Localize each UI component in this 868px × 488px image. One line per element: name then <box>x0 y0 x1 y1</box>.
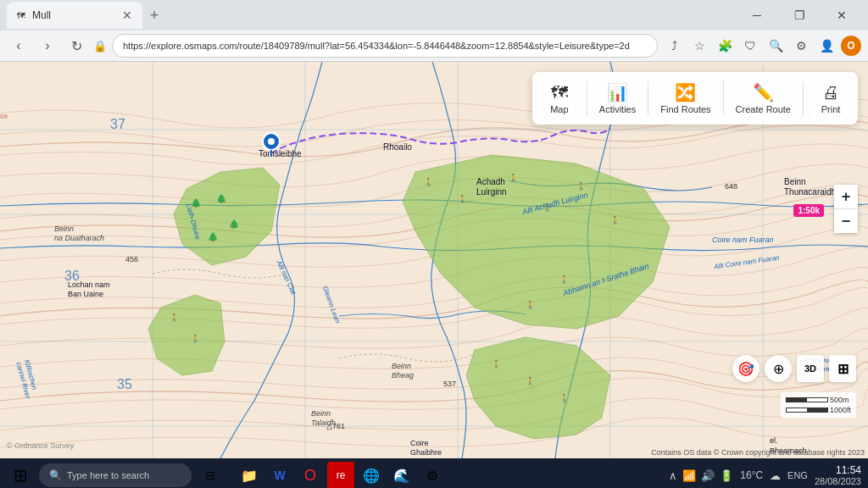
browser-chrome: 🗺 Mull ✕ + ─ ❐ ✕ ‹ › ↻ 🔒 ⤴ ☆ 🧩 🛡 🔍 ⚙ 👤 O <box>0 0 868 62</box>
taskbar-clock[interactable]: 11:54 28/08/2023 <box>815 464 861 486</box>
bookmark-star-icon[interactable]: ☆ <box>688 35 710 57</box>
active-tab[interactable]: 🗺 Mull ✕ <box>7 2 142 29</box>
taskbar-time: 11:54 <box>836 464 861 476</box>
profile-button[interactable]: O <box>841 36 861 56</box>
svg-text:🚶: 🚶 <box>526 300 536 310</box>
taskbar-search-bar[interactable]: 🔍 Type here to search <box>39 463 192 487</box>
tab-close-button[interactable]: ✕ <box>122 8 132 22</box>
map-tool-map[interactable]: 🗺 Map <box>536 80 583 118</box>
taskbar-word-icon[interactable]: W <box>266 462 293 488</box>
refresh-button[interactable]: ↻ <box>64 34 88 58</box>
share-icon[interactable]: ⤴ <box>663 35 685 57</box>
svg-text:🚶: 🚶 <box>542 202 553 213</box>
map-tool-create-route-label: Create Route <box>736 104 791 114</box>
toolbar-divider-2 <box>648 81 648 115</box>
system-tray-icons: ∧ 📶 🔊 🔋 <box>669 469 733 482</box>
forward-button[interactable]: › <box>36 34 59 58</box>
map-tool-find-routes[interactable]: 🔀 Find Routes <box>652 79 719 118</box>
tray-up-icon[interactable]: ∧ <box>669 469 677 482</box>
compass-button[interactable]: 🎯 <box>732 355 760 382</box>
map-icon: 🗺 <box>551 83 568 103</box>
window-controls: ─ ❐ ✕ <box>737 0 861 30</box>
map-tool-activities[interactable]: 📊 Activities <box>591 79 644 118</box>
location-button[interactable]: ⊕ <box>765 355 792 382</box>
scale-1000ft: 1000ft <box>830 406 851 414</box>
tab-favicon: 🗺 <box>17 11 25 20</box>
mini-controls: 🎯 ⊕ 3D ⊞ <box>732 355 856 382</box>
taskbar-language: ENG <box>787 470 808 480</box>
create-route-icon: ✏️ <box>753 82 774 103</box>
route-marker[interactable] <box>261 131 281 160</box>
taskbar-date: 28/08/2023 <box>815 476 861 486</box>
layers-button[interactable]: ⊞ <box>829 355 856 382</box>
map-tool-print[interactable]: 🖨 Print <box>807 80 854 118</box>
svg-text:🚶: 🚶 <box>492 359 502 369</box>
taskbar-right: ∧ 📶 🔊 🔋 16°C ☁ ENG 11:54 28/08/2023 <box>669 464 861 486</box>
map-watermark: © Ordnance Survey <box>7 441 74 450</box>
taskbar-search-icon: 🔍 <box>49 469 62 481</box>
taskbar-app7-icon[interactable]: ⚙ <box>419 462 446 488</box>
task-view-button[interactable]: ⊟ <box>197 462 224 488</box>
taskbar: ⊞ 🔍 Type here to search ⊟ 📁 W O re 🌐 🌊 ⚙… <box>0 458 868 488</box>
svg-text:🚶: 🚶 <box>424 177 434 187</box>
browser-toolbar-icons: ⤴ ☆ 🧩 🛡 🔍 ⚙ 👤 O <box>663 35 861 57</box>
svg-text:🌲: 🌲 <box>229 219 240 230</box>
scale-bar: 500m 1000ft <box>781 392 856 418</box>
find-routes-icon: 🔀 <box>675 82 696 103</box>
svg-text:🚶: 🚶 <box>526 376 536 386</box>
taskbar-chrome-icon[interactable]: 🌐 <box>358 462 385 488</box>
address-bar-row: ‹ › ↻ 🔒 ⤴ ☆ 🧩 🛡 🔍 ⚙ 👤 O <box>0 30 868 61</box>
svg-text:🚶: 🚶 <box>559 393 570 403</box>
shield-icon[interactable]: 🛡 <box>739 35 761 57</box>
svg-point-32 <box>268 138 275 145</box>
map-tool-activities-label: Activities <box>599 104 636 114</box>
zoom-controls: + − <box>834 185 858 233</box>
new-tab-button[interactable]: + <box>142 3 166 27</box>
print-icon: 🖨 <box>822 83 839 103</box>
extension-icon[interactable]: 🧩 <box>714 35 736 57</box>
svg-text:🚶: 🚶 <box>191 334 201 344</box>
zoom-in-button[interactable]: + <box>834 185 858 208</box>
tab-bar: 🗺 Mull ✕ + ─ ❐ ✕ <box>0 0 868 30</box>
svg-text:🌲: 🌲 <box>216 193 227 204</box>
start-button[interactable]: ⊞ <box>7 462 34 488</box>
back-button[interactable]: ‹ <box>7 34 31 58</box>
svg-text:🚶: 🚶 <box>576 181 587 191</box>
tray-battery-icon[interactable]: 🔋 <box>720 469 733 482</box>
tray-sound-icon[interactable]: 🔊 <box>701 469 715 482</box>
taskbar-search-placeholder: Type here to search <box>67 470 149 480</box>
map-tool-create-route[interactable]: ✏️ Create Route <box>727 79 799 118</box>
toolbar-divider-1 <box>587 81 587 115</box>
map-tool-map-label: Map <box>550 104 568 114</box>
taskbar-apps: 📁 W O re 🌐 🌊 ⚙ <box>236 462 446 488</box>
map-tool-print-label: Print <box>821 104 841 114</box>
address-input[interactable] <box>112 34 658 58</box>
activities-icon: 📊 <box>607 82 628 103</box>
scale-badge: 1:50k <box>793 204 824 217</box>
secure-icon: 🔒 <box>93 40 107 53</box>
close-button[interactable]: ✕ <box>822 0 861 30</box>
extension2-icon[interactable]: ⚙ <box>790 35 812 57</box>
tab-title: Mull <box>32 9 51 21</box>
map-tool-find-routes-label: Find Routes <box>660 104 710 114</box>
map-container[interactable]: 🌲 🌲 🌲 🌲 🚶 🚶 🚶 🚶 🚶 🚶 🚶 🚶 🚶 🚶 🚶 🚶 🚶 <box>0 62 868 458</box>
minimize-button[interactable]: ─ <box>737 0 776 30</box>
search-engine-icon[interactable]: 🔍 <box>765 35 787 57</box>
weather-icon: ☁ <box>770 469 781 482</box>
tray-wifi-icon[interactable]: 📶 <box>682 469 696 482</box>
taskbar-edge-icon[interactable]: 🌊 <box>388 462 415 488</box>
map-toolbar: 🗺 Map 📊 Activities 🔀 Find Routes ✏️ Crea… <box>532 72 858 125</box>
taskbar-temperature: 16°C <box>740 469 763 481</box>
scale-500m: 500m <box>830 396 849 404</box>
zoom-out-button[interactable]: − <box>834 209 858 233</box>
svg-text:🚶: 🚶 <box>509 173 519 183</box>
maximize-button[interactable]: ❐ <box>780 0 819 30</box>
svg-text:🚶: 🚶 <box>559 274 570 285</box>
3d-button[interactable]: 3D <box>797 355 824 382</box>
svg-text:🚶: 🚶 <box>458 194 468 204</box>
profile-pic-icon[interactable]: 👤 <box>815 35 837 57</box>
taskbar-explorer-icon[interactable]: 📁 <box>236 462 263 488</box>
taskbar-app4-icon[interactable]: re <box>327 462 354 488</box>
toolbar-divider-4 <box>803 81 804 115</box>
taskbar-opera-icon[interactable]: O <box>297 462 324 488</box>
